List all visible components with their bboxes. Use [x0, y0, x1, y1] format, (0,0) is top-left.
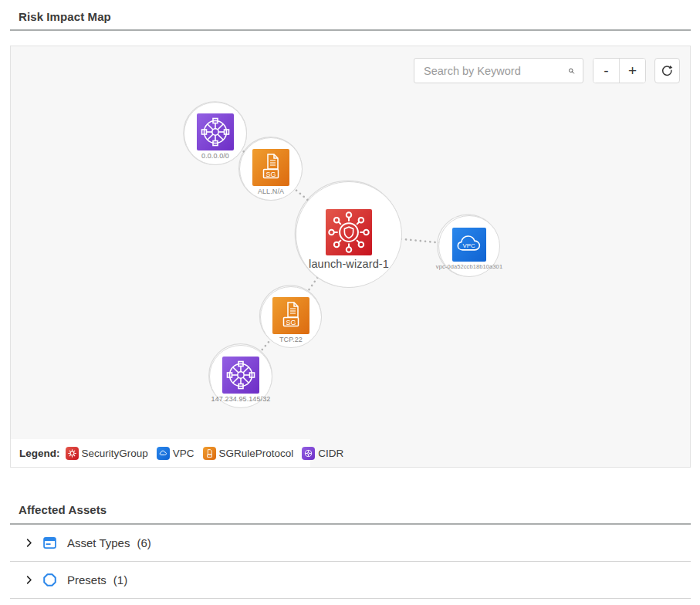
map-legend: Legend: SecurityGroup VPC — [11, 439, 310, 467]
legend-label: CIDR — [318, 448, 343, 459]
cidr-icon[interactable] — [222, 357, 259, 394]
node-label: ALL.N/A — [217, 188, 325, 195]
vpc-icon[interactable]: VPC — [452, 228, 486, 262]
cidr-icon[interactable] — [197, 113, 234, 150]
page-title: Risk Impact Map — [10, 0, 691, 29]
svg-text:VPC: VPC — [463, 242, 475, 249]
header-divider — [10, 29, 691, 31]
sgrule-icon[interactable]: SG — [272, 297, 309, 334]
legend-item-vpc: VPC — [157, 447, 194, 460]
legend-label: VPC — [173, 448, 194, 459]
zoom-controls: - + — [593, 58, 646, 83]
asset-row-count: (1) — [113, 573, 127, 586]
legend-label: SecurityGroup — [82, 448, 148, 459]
page-header: Risk Impact Map — [10, 0, 691, 31]
chevron-right-icon[interactable] — [23, 574, 35, 586]
refresh-button[interactable] — [654, 58, 680, 83]
node-label: launch-wizard-1 — [295, 258, 403, 270]
map-toolbar: - + — [414, 58, 680, 83]
svg-text:SG: SG — [286, 319, 296, 326]
affected-assets-section: Affected Assets Asset Types (6) — [10, 499, 691, 599]
search-input[interactable] — [424, 65, 568, 77]
cidr-icon — [302, 447, 315, 460]
node-label: vpc-0da52ccb18b10a301 — [415, 263, 523, 270]
sgrule-icon — [203, 447, 216, 460]
zoom-in-button[interactable]: + — [620, 59, 645, 83]
asset-row-presets[interactable]: Presets (1) — [10, 562, 691, 599]
chevron-right-icon[interactable] — [23, 537, 35, 549]
legend-label: SGRuleProtocol — [219, 448, 294, 459]
asset-row-label: Asset Types — [67, 536, 130, 549]
security-group-icon — [66, 447, 79, 460]
vpc-icon — [157, 447, 170, 460]
search-icon[interactable] — [568, 64, 575, 78]
affected-assets-title: Affected Assets — [10, 499, 691, 523]
legend-item-cidr: CIDR — [302, 447, 343, 460]
sgrule-icon[interactable]: SG — [252, 149, 289, 186]
svg-text:SG: SG — [265, 171, 276, 178]
search-box[interactable] — [414, 58, 583, 83]
legend-item-sgrule: SGRuleProtocol — [203, 447, 294, 460]
asset-types-icon — [42, 535, 58, 551]
refresh-icon — [661, 64, 674, 77]
asset-row-asset-types[interactable]: Asset Types (6) — [10, 525, 691, 562]
asset-row-count: (6) — [137, 536, 150, 549]
asset-row-label: Presets — [67, 573, 107, 586]
zoom-out-button[interactable]: - — [593, 59, 619, 83]
legend-item-security-group: SecurityGroup — [66, 447, 148, 460]
node-label: 147.234.95.145/32 — [187, 395, 295, 403]
risk-impact-map-canvas[interactable]: 0.0.0.0/0 SG ALL.N/A launch-wizard-1 — [10, 46, 691, 468]
node-label: TCP.22 — [237, 336, 345, 343]
security-group-icon[interactable] — [326, 209, 372, 255]
legend-title: Legend: — [19, 448, 60, 459]
presets-icon — [42, 572, 58, 588]
